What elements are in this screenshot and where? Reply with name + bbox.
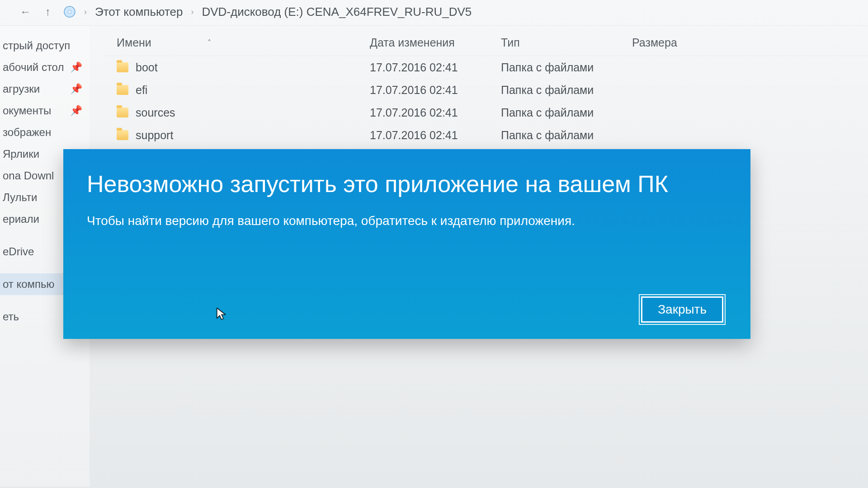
disc-icon (63, 5, 76, 18)
folder-icon (117, 62, 128, 72)
file-date: 17.07.2016 02:41 (370, 61, 458, 74)
sidebar-item-documents[interactable]: окументы 📌 (0, 100, 90, 122)
table-row[interactable]: efi 17.07.2016 02:41 Папка с файлами (103, 79, 868, 101)
column-header-type[interactable]: Тип (501, 36, 632, 49)
dialog-message: Чтобы найти версию для вашего компьютера… (87, 212, 629, 230)
folder-icon (117, 85, 128, 95)
pin-icon: 📌 (70, 61, 82, 73)
breadcrumb-drive[interactable]: DVD-дисковод (E:) CENA_X64FREV_RU-RU_DV5 (202, 5, 472, 19)
file-date: 17.07.2016 02:41 (370, 129, 458, 141)
pin-icon: 📌 (70, 83, 82, 95)
sidebar-item-images[interactable]: зображен (0, 122, 90, 143)
file-name: boot (136, 61, 158, 74)
file-rows: boot 17.07.2016 02:41 Папка с файлами ef… (103, 56, 868, 146)
table-row[interactable]: support 17.07.2016 02:41 Папка с файлами (103, 124, 868, 146)
error-dialog: Невозможно запустить это приложение на в… (63, 149, 750, 339)
column-header-name[interactable]: Имени ˄ (103, 36, 370, 49)
sidebar-item-desktop[interactable]: абочий стол 📌 (0, 56, 90, 78)
folder-icon (117, 130, 128, 140)
up-button[interactable]: ↑ (41, 5, 55, 19)
table-row[interactable]: sources 17.07.2016 02:41 Папка с файлами (103, 101, 868, 124)
chevron-right-icon: › (84, 7, 87, 17)
column-headers: Имени ˄ Дата изменения Тип Размера (103, 29, 868, 56)
file-type: Папка с файлами (501, 84, 594, 96)
svg-point-1 (68, 10, 71, 14)
chevron-right-icon: › (191, 7, 193, 17)
back-button[interactable]: ← (18, 5, 33, 19)
folder-icon (117, 108, 128, 117)
file-type: Папка с файлами (501, 106, 594, 119)
file-name: support (136, 129, 173, 142)
close-button[interactable]: Закрыть (641, 296, 723, 323)
file-name: efi (136, 84, 147, 97)
column-header-size[interactable]: Размера (632, 36, 868, 49)
breadcrumb: ← ↑ › Этот компьютер › DVD-дисковод (E:)… (0, 0, 868, 26)
pin-icon: 📌 (70, 105, 82, 117)
file-date: 17.07.2016 02:41 (370, 106, 458, 119)
table-row[interactable]: boot 17.07.2016 02:41 Папка с файлами (103, 56, 868, 79)
file-name: sources (136, 106, 175, 119)
breadcrumb-this-pc[interactable]: Этот компьютер (95, 5, 183, 19)
file-type: Папка с файлами (501, 129, 594, 141)
file-type: Папка с файлами (501, 61, 594, 74)
dialog-title: Невозможно запустить это приложение на в… (87, 169, 675, 200)
sort-ascending-icon: ˄ (208, 38, 211, 47)
sidebar-item-downloads[interactable]: агрузки 📌 (0, 78, 90, 100)
column-header-date[interactable]: Дата изменения (370, 36, 501, 49)
sidebar-item-quick-access[interactable]: стрый доступ (0, 35, 90, 56)
file-date: 17.07.2016 02:41 (370, 84, 458, 96)
